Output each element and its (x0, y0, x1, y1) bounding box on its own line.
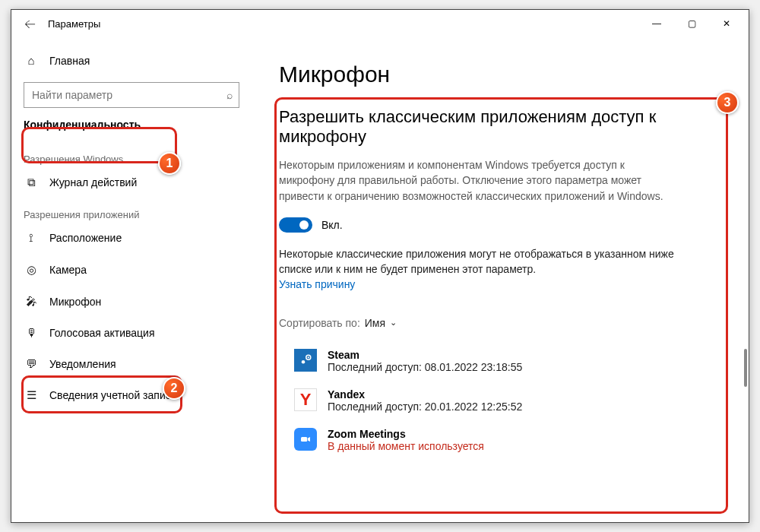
sidebar-section-privacy[interactable]: Конфиденциальность (24, 111, 239, 138)
voice-icon: 🎙︎ (24, 326, 39, 339)
back-button[interactable]: 🡠 (19, 13, 40, 34)
scrollbar-thumb[interactable] (744, 349, 747, 387)
list-note: Некоторые классические приложения могут … (279, 246, 674, 293)
sidebar-group-windows: Разрешения Windows (11, 143, 252, 166)
activity-icon: ⧉ (24, 176, 39, 189)
microphone-icon: 🎤︎ (24, 295, 39, 308)
search-icon: ⌕ (226, 89, 233, 101)
notifications-icon: 💬︎ (24, 357, 39, 370)
sidebar-item-voice[interactable]: 🎙︎ Голосовая активация (11, 317, 252, 348)
sidebar-item-label: Журнал действий (49, 176, 137, 188)
svg-point-2 (308, 356, 309, 358)
settings-window: 🡠 Параметры ― ▢ ✕ ⌂ Главная ⌕ Конфиденци… (11, 9, 749, 523)
sort-label: Сортировать по: (279, 317, 360, 329)
chevron-down-icon: ⌄ (390, 318, 397, 328)
app-row-zoom: Zoom Meetings В данный момент использует… (279, 420, 721, 460)
search-input[interactable] (32, 89, 226, 101)
sidebar-item-notifications[interactable]: 💬︎ Уведомления (11, 348, 252, 379)
app-name: Yandex (328, 388, 522, 401)
learn-more-link[interactable]: Узнать причину (279, 278, 355, 290)
app-row-yandex: Y Yandex Последний доступ: 20.01.2022 12… (279, 381, 721, 420)
sidebar-item-account[interactable]: ☰ Сведения учетной записи (11, 379, 252, 411)
sidebar-item-label: Уведомления (49, 358, 116, 370)
maximize-button[interactable]: ▢ (674, 11, 709, 36)
sidebar-item-label: Голосовая активация (49, 327, 155, 339)
svg-point-0 (302, 360, 306, 364)
toggle-state-label: Вкл. (321, 219, 343, 231)
sidebar-item-camera[interactable]: ◎ Камера (11, 254, 252, 286)
home-icon: ⌂ (24, 54, 39, 67)
app-last-access: Последний доступ: 08.01.2022 23:18:55 (328, 361, 522, 373)
sidebar-home-label: Главная (49, 55, 90, 67)
app-row-steam: Steam Последний доступ: 08.01.2022 23:18… (279, 341, 721, 381)
camera-icon: ◎ (24, 263, 39, 277)
list-note-text: Некоторые классические приложения могут … (279, 248, 674, 275)
section-heading: Разрешить классическим приложениям досту… (279, 107, 674, 147)
sidebar-home[interactable]: ⌂ Главная (11, 48, 252, 73)
sidebar-item-label: Микрофон (49, 296, 101, 308)
desktop-apps-toggle[interactable] (279, 217, 312, 233)
location-icon: ⟟ (24, 231, 39, 245)
window-title: Параметры (48, 18, 100, 30)
svg-rect-3 (301, 437, 307, 442)
sidebar-item-location[interactable]: ⟟ Расположение (11, 222, 252, 254)
sort-dropdown[interactable]: Имя ⌄ (365, 317, 397, 329)
toggle-knob (299, 220, 309, 230)
minimize-button[interactable]: ― (639, 11, 674, 36)
section-description: Некоторым приложениям и компонентам Wind… (279, 157, 667, 204)
content-pane: Микрофон Разрешить классическим приложен… (252, 37, 749, 522)
titlebar: 🡠 Параметры ― ▢ ✕ (11, 10, 749, 37)
sidebar-item-label: Расположение (49, 232, 122, 244)
sidebar-item-label: Камера (49, 264, 87, 276)
sidebar-item-microphone[interactable]: 🎤︎ Микрофон (11, 286, 252, 317)
account-icon: ☰ (24, 388, 39, 402)
sort-value: Имя (365, 317, 385, 329)
app-last-access: Последний доступ: 20.01.2022 12:25:52 (328, 401, 522, 413)
steam-icon (294, 349, 317, 372)
sidebar-item-activity[interactable]: ⧉ Журнал действий (11, 166, 252, 198)
desktop-apps-toggle-row: Вкл. (279, 217, 721, 233)
search-box[interactable]: ⌕ (24, 82, 239, 108)
app-name: Steam (328, 349, 522, 361)
yandex-icon: Y (294, 388, 317, 411)
close-button[interactable]: ✕ (709, 11, 744, 36)
zoom-icon (294, 428, 317, 451)
sort-row: Сортировать по: Имя ⌄ (279, 317, 721, 329)
page-title: Микрофон (279, 62, 721, 87)
sidebar: ⌂ Главная ⌕ Конфиденциальность Разрешени… (11, 37, 252, 522)
app-name: Zoom Meetings (328, 428, 484, 440)
app-in-use: В данный момент используется (328, 440, 484, 452)
sidebar-group-apps: Разрешения приложений (11, 198, 252, 222)
sidebar-item-label: Сведения учетной записи (49, 389, 177, 401)
